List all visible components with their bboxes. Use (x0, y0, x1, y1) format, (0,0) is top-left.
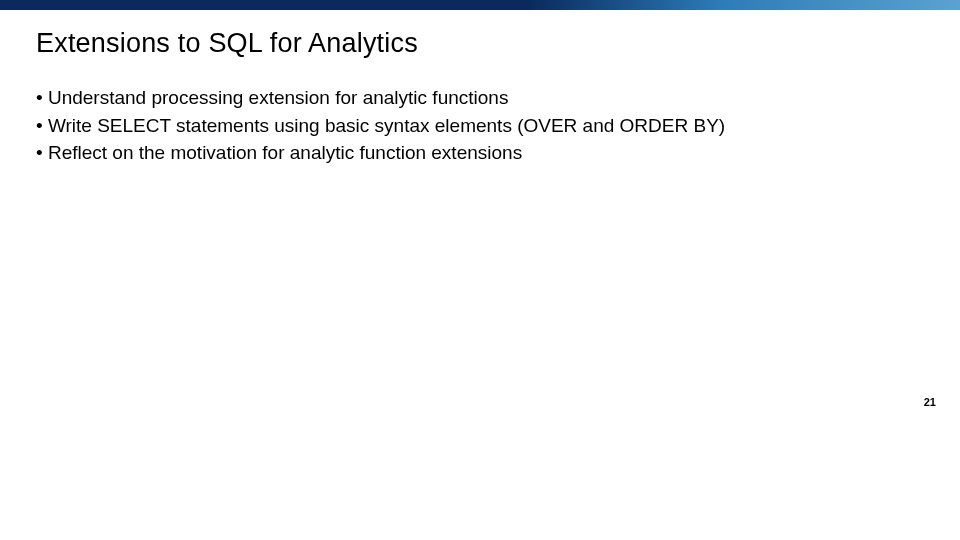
page-number: 21 (924, 396, 936, 408)
slide-title: Extensions to SQL for Analytics (36, 28, 924, 59)
header-accent-bar (0, 0, 960, 10)
list-item: Reflect on the motivation for analytic f… (36, 140, 924, 166)
slide-content: Extensions to SQL for Analytics Understa… (0, 10, 960, 166)
bullet-list: Understand processing extension for anal… (36, 85, 924, 166)
list-item: Write SELECT statements using basic synt… (36, 113, 924, 139)
list-item: Understand processing extension for anal… (36, 85, 924, 111)
